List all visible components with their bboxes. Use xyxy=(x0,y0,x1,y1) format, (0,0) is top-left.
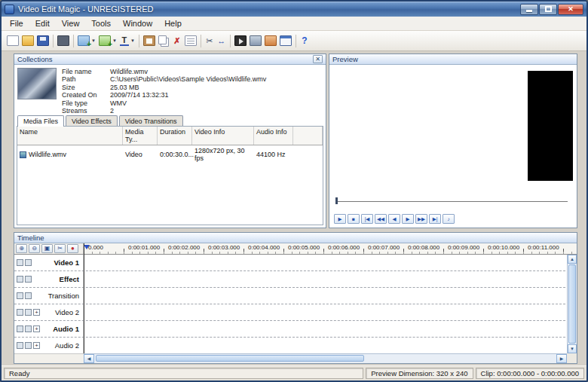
go-end-button[interactable]: ▶| xyxy=(429,214,441,224)
capture-video-button[interactable] xyxy=(56,32,71,49)
track-lane[interactable] xyxy=(84,321,577,337)
track-lock-icon[interactable] xyxy=(25,259,32,266)
zoom-fit-icon[interactable]: ▣ xyxy=(41,244,53,253)
timeline-toolbar: ⊕ ⊖ ▣ ✂ ● xyxy=(14,243,84,254)
preview-window-button[interactable] xyxy=(233,32,248,49)
timeline-header: Timeline xyxy=(14,233,577,243)
paste-button[interactable] xyxy=(142,32,157,49)
track-mute-icon[interactable] xyxy=(17,325,23,332)
stop-button[interactable]: ■ xyxy=(348,214,360,224)
horizontal-scroll-track[interactable] xyxy=(94,354,556,363)
column-media-type[interactable]: Media Ty... xyxy=(123,127,158,145)
timeline-vertical-scrollbar[interactable]: ▲ ▼ xyxy=(567,255,577,353)
track-lane[interactable] xyxy=(84,304,577,320)
help-button[interactable]: ? xyxy=(299,32,311,49)
make-movie-button[interactable] xyxy=(263,32,278,49)
track-row-effect: Effect xyxy=(14,271,577,288)
track-lane[interactable] xyxy=(84,288,577,304)
minimize-button[interactable] xyxy=(520,4,538,15)
menu-file[interactable]: File xyxy=(4,17,29,29)
track-visibility-icon[interactable] xyxy=(17,259,23,266)
ruler-label: 0:00:05.000 xyxy=(288,244,320,251)
track-lock-icon[interactable] xyxy=(25,342,32,349)
scroll-up-icon[interactable]: ▲ xyxy=(568,255,577,264)
preview-seekbar[interactable] xyxy=(335,199,568,202)
collections-close-button[interactable]: ✕ xyxy=(313,55,323,63)
tab-video-transitions[interactable]: Video Transitions xyxy=(119,115,183,126)
add-text-button[interactable]: T▼ xyxy=(118,32,136,49)
column-name[interactable]: Name xyxy=(17,127,123,145)
collections-title: Collections xyxy=(17,55,52,63)
tab-media-files[interactable]: Media Files xyxy=(17,115,64,127)
tab-video-effects[interactable]: Video Effects xyxy=(66,115,118,126)
delete-button[interactable]: ✗ xyxy=(171,32,183,49)
snapshot-button[interactable] xyxy=(248,32,263,49)
zoom-out-icon[interactable]: ⊖ xyxy=(29,244,40,253)
track-expand-icon[interactable]: + xyxy=(33,342,40,349)
track-visibility-icon[interactable] xyxy=(17,292,23,299)
menu-tools[interactable]: Tools xyxy=(85,17,117,29)
timeline-horizontal-scrollbar[interactable]: ◀ ▶ xyxy=(84,353,567,363)
record-icon[interactable]: ● xyxy=(67,244,78,253)
timeline-title: Timeline xyxy=(17,234,44,242)
track-lock-icon[interactable] xyxy=(25,276,32,283)
rewind-button[interactable]: ◀◀ xyxy=(375,214,387,224)
seek-thumb[interactable] xyxy=(335,197,338,204)
track-lane[interactable] xyxy=(84,255,577,270)
menu-view[interactable]: View xyxy=(56,17,86,29)
column-video-info[interactable]: Video Info xyxy=(192,127,254,145)
menu-window[interactable]: Window xyxy=(117,17,158,29)
timeline-ruler[interactable]: 0.000 0:00:01.000 0:00:02.000 0:00:03.00… xyxy=(84,243,577,254)
window-layout-button[interactable] xyxy=(278,32,293,49)
column-duration[interactable]: Duration xyxy=(158,127,192,145)
column-audio-info[interactable]: Audio Info xyxy=(254,127,293,145)
track-lock-icon[interactable] xyxy=(25,325,32,332)
track-visibility-icon[interactable] xyxy=(17,309,23,316)
play-button[interactable]: ▶ xyxy=(334,214,346,224)
track-visibility-icon[interactable] xyxy=(17,276,23,283)
split-icon[interactable]: ✂ xyxy=(54,244,66,253)
menu-help[interactable]: Help xyxy=(158,17,188,29)
go-start-button[interactable]: |◀ xyxy=(361,214,373,224)
track-expand-icon[interactable]: + xyxy=(33,309,40,316)
scroll-right-icon[interactable]: ▶ xyxy=(556,354,567,363)
copy-button[interactable] xyxy=(157,32,171,49)
split-clip-button[interactable]: ✂ xyxy=(204,32,216,49)
maximize-button[interactable] xyxy=(539,4,557,15)
toolbar-separator xyxy=(230,35,231,47)
preview-header: Preview xyxy=(329,54,577,65)
scroll-down-icon[interactable]: ▼ xyxy=(568,344,577,353)
close-button[interactable]: ✕ xyxy=(558,4,583,15)
step-forward-button[interactable]: ▶ xyxy=(402,214,414,224)
zoom-in-icon[interactable]: ⊕ xyxy=(16,244,27,253)
track-expand-icon[interactable]: + xyxy=(33,325,40,332)
fast-forward-button[interactable]: ▶▶ xyxy=(415,214,427,224)
track-lane[interactable] xyxy=(84,338,577,353)
save-project-button[interactable] xyxy=(35,32,51,49)
new-collection-button[interactable]: +▼ xyxy=(97,32,118,49)
table-row[interactable]: Wildlife.wmv Video 0:00:30.0... 1280x720… xyxy=(17,145,323,163)
scroll-left-icon[interactable]: ◀ xyxy=(84,354,94,363)
volume-button[interactable]: ♪ xyxy=(443,214,455,224)
vertical-scroll-thumb[interactable] xyxy=(568,264,576,344)
track-name: Audio 1 xyxy=(41,325,79,333)
open-folder-icon xyxy=(22,35,34,46)
titlebar[interactable]: Video Edit Magic - UNREGISTERED ✕ xyxy=(2,2,586,17)
trim-button[interactable]: ↔ xyxy=(216,32,228,49)
track-lock-icon[interactable] xyxy=(25,292,32,299)
ruler-label: 0.000 xyxy=(88,244,103,251)
track-lane[interactable] xyxy=(84,271,577,287)
collections-tabs: Media Files Video Effects Video Transiti… xyxy=(14,113,326,126)
track-lock-icon[interactable] xyxy=(25,309,32,316)
timeline-bottom-left-filler xyxy=(14,353,84,363)
step-back-button[interactable]: ◀ xyxy=(388,214,400,224)
new-project-button[interactable] xyxy=(5,32,20,49)
properties-button[interactable] xyxy=(183,32,198,49)
menu-edit[interactable]: Edit xyxy=(29,17,56,29)
playhead-line[interactable] xyxy=(84,243,84,353)
info-label: Size xyxy=(62,84,106,91)
add-media-button[interactable]: +▼ xyxy=(76,32,97,49)
horizontal-scroll-thumb[interactable] xyxy=(96,355,364,362)
track-mute-icon[interactable] xyxy=(17,342,23,349)
open-project-button[interactable] xyxy=(20,32,35,49)
